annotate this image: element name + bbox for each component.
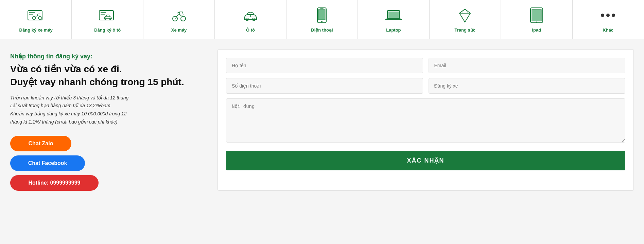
form-row-1 xyxy=(226,58,625,73)
motorbike-icon xyxy=(170,6,188,24)
svg-rect-24 xyxy=(388,12,399,18)
diamond-icon xyxy=(456,6,474,24)
nav-label-dien-thoai: Điện thoại xyxy=(311,27,333,33)
name-field xyxy=(226,58,423,73)
category-nav: Đăng ký xe máy Đăng ký ô tô xyxy=(0,0,644,39)
svg-point-39 xyxy=(612,14,615,17)
headline-line2: Duyệt vay nhanh chóng trong 15 phút. xyxy=(10,76,207,89)
nav-label-o-to: Ô tô xyxy=(246,27,255,33)
nav-item-dang-ky-o-to[interactable]: Đăng ký ô tô xyxy=(72,0,143,39)
chat-zalo-button[interactable]: Chat Zalo xyxy=(10,136,71,151)
register-input[interactable] xyxy=(429,78,626,94)
svg-point-21 xyxy=(321,21,323,22)
nav-item-xe-may[interactable]: Xe máy xyxy=(143,0,215,39)
car-register-icon xyxy=(99,6,116,24)
chat-facebook-button[interactable]: Chat Facebook xyxy=(10,155,85,171)
nav-label-laptop: Laptop xyxy=(386,27,401,33)
chat-buttons: Chat Zalo Chat Facebook Hotline: 0999999… xyxy=(10,136,207,191)
name-input[interactable] xyxy=(226,58,423,73)
svg-marker-28 xyxy=(459,9,470,13)
motorcycle-register-icon xyxy=(27,6,45,24)
nav-label-dang-ky-o-to: Đăng ký ô tô xyxy=(94,27,121,33)
nav-item-khac[interactable]: Khác xyxy=(573,0,644,39)
phone-icon xyxy=(313,6,331,24)
nav-item-laptop[interactable]: Laptop xyxy=(358,0,429,39)
svg-point-3 xyxy=(38,16,42,20)
svg-point-11 xyxy=(181,16,186,21)
hotline-button[interactable]: Hotline: 0999999999 xyxy=(10,175,99,191)
phone-field xyxy=(226,78,423,94)
nav-label-dang-ky-xe-may: Đăng ký xe máy xyxy=(19,27,53,33)
nav-label-khac: Khác xyxy=(603,27,613,33)
svg-rect-0 xyxy=(28,11,42,20)
content-field xyxy=(226,98,625,144)
description: Thời hạn khoản vay tối thiểu 3 tháng và … xyxy=(10,94,207,126)
svg-point-37 xyxy=(601,14,604,17)
svg-point-4 xyxy=(32,16,36,20)
nav-label-trang-suc: Trang sức xyxy=(455,27,475,33)
svg-point-36 xyxy=(536,22,537,23)
registration-form: XÁC NHẬN xyxy=(217,49,634,191)
email-field xyxy=(429,58,626,73)
svg-marker-27 xyxy=(459,9,470,22)
svg-rect-20 xyxy=(318,10,325,20)
nav-label-xe-may: Xe máy xyxy=(171,27,187,33)
section-label: Nhập thông tin đăng ký vay: xyxy=(10,53,207,60)
headline-line1: Vừa có tiền vừa có xe đi. xyxy=(10,63,207,76)
svg-rect-34 xyxy=(532,10,541,21)
left-section: Nhập thông tin đăng ký vay: Vừa có tiền … xyxy=(10,49,207,191)
content-textarea[interactable] xyxy=(226,98,625,143)
laptop-icon xyxy=(385,6,402,24)
car-icon xyxy=(242,6,259,24)
submit-button[interactable]: XÁC NHẬN xyxy=(226,151,625,170)
nav-item-o-to[interactable]: Ô tô xyxy=(215,0,286,39)
email-input[interactable] xyxy=(429,58,626,73)
main-content: Nhập thông tin đăng ký vay: Vừa có tiền … xyxy=(0,39,644,198)
nav-item-dang-ky-xe-may[interactable]: Đăng ký xe máy xyxy=(0,0,72,39)
form-row-3 xyxy=(226,98,625,144)
nav-label-ipad: Ipad xyxy=(532,27,541,33)
nav-item-ipad[interactable]: Ipad xyxy=(501,0,572,39)
phone-input[interactable] xyxy=(226,78,423,94)
more-icon xyxy=(599,6,617,24)
nav-item-trang-suc[interactable]: Trang sức xyxy=(430,0,501,39)
svg-point-38 xyxy=(606,14,610,17)
form-row-2 xyxy=(226,78,625,94)
nav-item-dien-thoai[interactable]: Điện thoại xyxy=(286,0,358,39)
headline: Vừa có tiền vừa có xe đi. Duyệt vay nhan… xyxy=(10,63,207,89)
tablet-icon xyxy=(528,6,545,24)
register-field xyxy=(429,78,626,94)
